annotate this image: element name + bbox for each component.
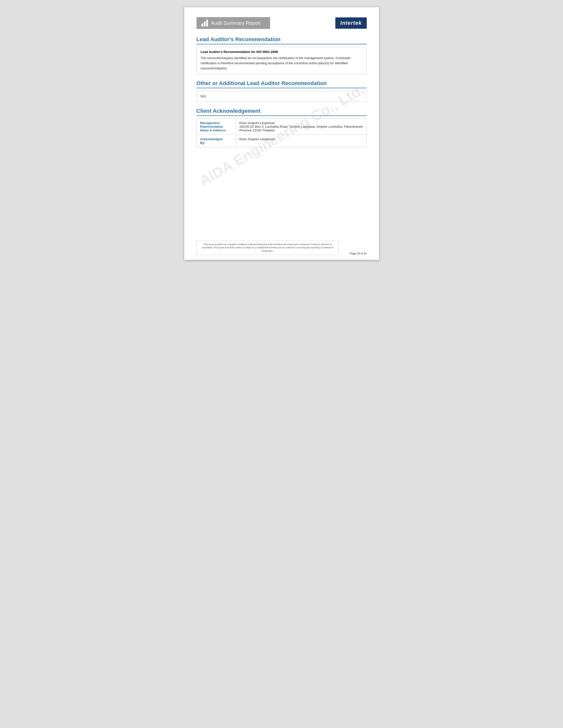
lead-auditor-box-body: The nonconformity(ies) identified do not… (201, 56, 363, 71)
acknowledged-value: Khun Jiraporn Leuphinan (236, 135, 367, 147)
bar-chart-icon (201, 20, 208, 26)
acknowledged-label: AcknowledgedBy: (196, 135, 236, 147)
lead-auditor-box: Lead Auditor's Recommendation for ISO 90… (196, 47, 367, 74)
footer-disclaimer: This report is based on a sample of evid… (196, 241, 339, 255)
document-page: Audit Summary Report Intertek Lead Audit… (184, 7, 379, 260)
client-acknowledgement-table: ManagementRepresentativeName & Address: … (196, 118, 367, 147)
footer-page-number: Page 10 of 10 (345, 252, 367, 255)
page-header: Audit Summary Report Intertek (196, 17, 367, 29)
management-label: ManagementRepresentativeName & Address: (196, 119, 236, 135)
page-footer: This report is based on a sample of evid… (196, 241, 367, 255)
acknowledged-row: AcknowledgedBy: Khun Jiraporn Leuphinan (196, 135, 367, 147)
lead-auditor-box-title: Lead Auditor's Recommendation for ISO 90… (201, 50, 363, 54)
client-acknowledgement-heading: Client Acknowledgement (196, 108, 367, 116)
intertek-logo: Intertek (335, 17, 367, 29)
lead-auditor-heading: Lead Auditor's Recommendation (196, 36, 367, 44)
other-recommendation-value: N/A (196, 91, 367, 102)
management-value: Khun Jiraporn Leuphinan191/20-22 Moo 3, … (236, 119, 367, 135)
header-title-block: Audit Summary Report (196, 17, 270, 29)
management-row: ManagementRepresentativeName & Address: … (196, 119, 367, 135)
other-recommendation-heading: Other or Additional Lead Auditor Recomme… (196, 80, 367, 88)
header-title: Audit Summary Report (211, 20, 260, 26)
